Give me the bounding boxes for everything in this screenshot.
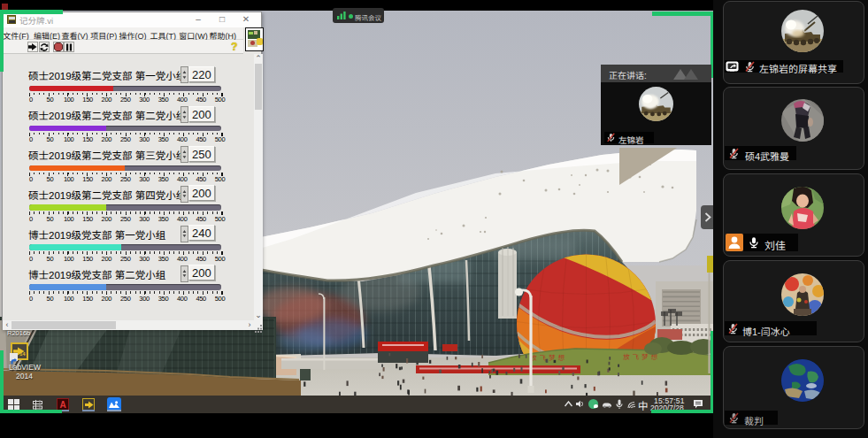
svg-text:放飞梦想: 放飞梦想 bbox=[530, 352, 567, 362]
